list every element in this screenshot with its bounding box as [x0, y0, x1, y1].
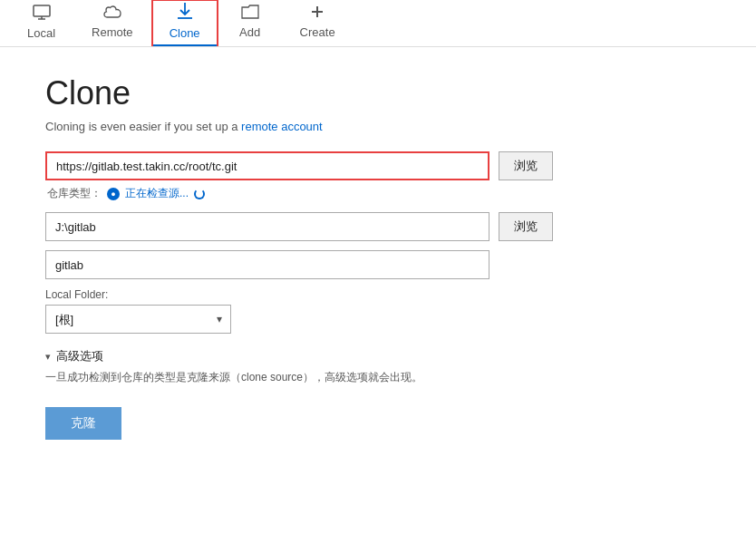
subtitle-prefix: Cloning is even easier if you set up a — [45, 120, 241, 133]
tab-create-label: Create — [300, 25, 335, 39]
page-title: Clone — [45, 74, 711, 112]
folder-icon — [241, 5, 259, 24]
local-folder-label: Local Folder: — [45, 288, 711, 301]
chevron-icon: ▾ — [45, 351, 51, 363]
monitor-icon — [33, 5, 51, 24]
repo-name-input[interactable] — [45, 250, 489, 279]
tab-local-label: Local — [27, 26, 55, 40]
plus-icon — [310, 5, 325, 24]
advanced-toggle[interactable]: ▾ 高级选项 — [45, 348, 711, 364]
clone-button[interactable]: 克隆 — [45, 407, 121, 440]
tab-add[interactable]: Add — [218, 0, 282, 46]
svg-rect-0 — [34, 5, 50, 16]
dropdown-wrapper: [根] — [45, 305, 231, 334]
browse-button-path[interactable]: 浏览 — [499, 212, 553, 241]
url-input-row: 浏览 — [45, 151, 711, 180]
tab-create[interactable]: Create — [282, 0, 354, 46]
checking-icon: ● — [107, 188, 120, 200]
url-input[interactable] — [56, 160, 479, 173]
tab-add-label: Add — [239, 25, 260, 39]
advanced-section: ▾ 高级选项 一旦成功检测到仓库的类型是克隆来源（clone source），高… — [45, 348, 711, 385]
dropdown-row: [根] — [45, 305, 711, 334]
local-path-input-row: 浏览 — [45, 212, 711, 241]
local-path-input[interactable] — [45, 212, 489, 241]
remote-account-link[interactable]: remote account — [241, 120, 323, 133]
subtitle: Cloning is even easier if you set up a r… — [45, 120, 711, 133]
checking-text: 正在检查源... — [125, 186, 189, 201]
tab-local[interactable]: Local — [9, 0, 73, 46]
tab-clone-label: Clone — [170, 26, 200, 40]
url-input-wrapper — [45, 151, 489, 180]
browse-button-url[interactable]: 浏览 — [499, 151, 553, 180]
tab-remote-label: Remote — [92, 25, 133, 39]
repo-type-row: 仓库类型： ● 正在检查源... — [47, 186, 711, 201]
advanced-note: 一旦成功检测到仓库的类型是克隆来源（clone source），高级选项就会出现… — [45, 370, 711, 385]
tab-clone[interactable]: Clone — [153, 0, 217, 46]
download-icon — [177, 2, 193, 24]
repo-type-label: 仓库类型： — [47, 186, 102, 201]
cloud-icon — [102, 5, 122, 24]
main-content: Clone Cloning is even easier if you set … — [0, 47, 756, 467]
tab-remote[interactable]: Remote — [73, 0, 151, 46]
top-navigation: Local Remote Clone — [0, 0, 756, 47]
advanced-label: 高级选项 — [56, 348, 103, 364]
loading-spinner — [194, 189, 205, 199]
repo-name-input-row — [45, 250, 711, 279]
local-folder-dropdown[interactable]: [根] — [45, 305, 231, 334]
clone-tab-wrapper: Clone — [151, 0, 218, 46]
